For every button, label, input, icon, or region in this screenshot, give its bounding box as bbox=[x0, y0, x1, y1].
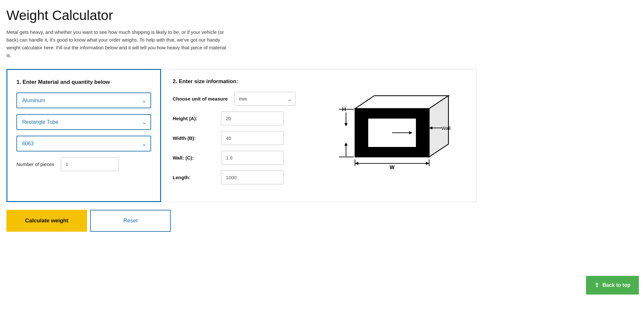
back-to-top-label: Back to top bbox=[602, 282, 630, 288]
back-to-top-button[interactable]: ⇧ Back to top bbox=[586, 276, 639, 295]
right-panel: 2. Enter size information: Choose unit o… bbox=[161, 69, 477, 202]
width-label: Width (B): bbox=[173, 135, 215, 141]
rectangle-tube-diagram: H W bbox=[329, 89, 452, 180]
bottom-buttons: Calculate weight Reset bbox=[6, 210, 187, 232]
right-panel-title: 2. Enter size information: bbox=[173, 78, 295, 85]
wall-input[interactable] bbox=[221, 151, 284, 165]
reset-button[interactable]: Reset bbox=[90, 210, 171, 232]
svg-marker-16 bbox=[426, 162, 429, 165]
unit-select-wrapper: mm inches cm ⌄ bbox=[234, 92, 295, 106]
material-select[interactable]: Aluminum Steel Stainless Steel Copper Br… bbox=[16, 92, 151, 108]
svg-marker-15 bbox=[355, 162, 358, 165]
shape-select[interactable]: Rectangle Tube Square Tube Round Tube Fl… bbox=[16, 114, 151, 130]
pieces-label: Number of pieces bbox=[16, 161, 54, 167]
intro-text: Metal gets heavy, and whether you want t… bbox=[6, 28, 232, 59]
grade-select-wrapper: 6063 6061 5052 3003 ⌄ bbox=[16, 136, 151, 151]
svg-marker-8 bbox=[344, 123, 348, 126]
svg-marker-12 bbox=[344, 142, 348, 146]
pieces-row: Number of pieces bbox=[16, 157, 151, 171]
unit-row: Choose unit of measure mm inches cm ⌄ bbox=[173, 92, 295, 106]
height-label: Height (A): bbox=[173, 116, 215, 121]
length-label: Length: bbox=[173, 175, 215, 180]
height-input[interactable] bbox=[221, 112, 284, 125]
shape-select-wrapper: Rectangle Tube Square Tube Round Tube Fl… bbox=[16, 114, 151, 130]
unit-select[interactable]: mm inches cm bbox=[234, 92, 295, 106]
length-input[interactable] bbox=[221, 170, 284, 184]
width-row: Width (B): bbox=[173, 131, 295, 145]
left-panel: 1. Enter Material and quantity below Alu… bbox=[6, 69, 161, 202]
grade-select[interactable]: 6063 6061 5052 3003 bbox=[16, 136, 151, 151]
unit-label: Choose unit of measure bbox=[173, 96, 228, 102]
pieces-input[interactable] bbox=[61, 157, 119, 171]
calculator-area: 1. Enter Material and quantity below Alu… bbox=[6, 69, 477, 202]
calculate-button[interactable]: Calculate weight bbox=[6, 210, 87, 232]
size-form: 2. Enter size information: Choose unit o… bbox=[173, 78, 295, 190]
svg-text:W: W bbox=[389, 165, 395, 170]
page-title: Weight Calculator bbox=[6, 8, 638, 23]
svg-text:Wall: Wall bbox=[441, 125, 451, 131]
height-row: Height (A): bbox=[173, 112, 295, 125]
material-select-wrapper: Aluminum Steel Stainless Steel Copper Br… bbox=[16, 92, 151, 108]
length-row: Length: bbox=[173, 170, 295, 184]
left-panel-title: 1. Enter Material and quantity below bbox=[16, 79, 151, 85]
width-input[interactable] bbox=[221, 131, 284, 145]
wall-label: Wall: (C): bbox=[173, 155, 215, 160]
wall-row: Wall: (C): bbox=[173, 151, 295, 165]
diagram-area: H W bbox=[315, 78, 466, 190]
arrow-up-icon: ⇧ bbox=[594, 282, 599, 289]
